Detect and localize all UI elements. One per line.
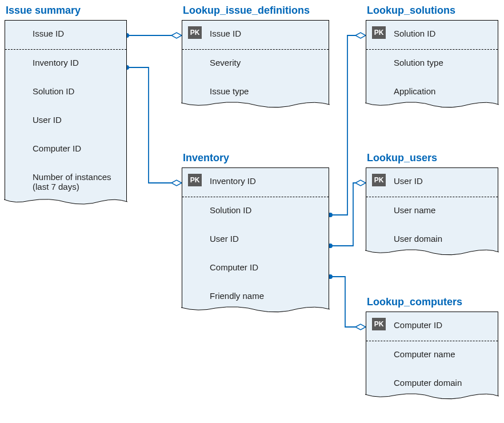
- entity-body: PK Solution ID Solution type Application: [366, 20, 498, 107]
- svg-marker-5: [355, 33, 366, 38]
- field-label: Solution ID: [207, 205, 324, 215]
- field-row: Solution ID: [5, 78, 126, 107]
- key-row: PK Inventory ID: [182, 168, 329, 197]
- entity-body: PK Inventory ID Solution ID User ID Comp…: [182, 167, 329, 312]
- field-label: Issue type: [207, 86, 324, 96]
- pk-badge: PK: [372, 26, 386, 39]
- field-label: Inventory ID: [207, 176, 324, 186]
- pk-badge: PK: [188, 174, 202, 186]
- field-row: User ID: [5, 107, 126, 135]
- field-label: User ID: [391, 176, 493, 186]
- key-row: PK User ID: [366, 168, 498, 197]
- entity-body: PK Issue ID Severity Issue type: [182, 20, 329, 107]
- entity-body: PK User ID User name User domain: [366, 167, 498, 255]
- entity-lookup-users: Lookup_users PK User ID User name User d…: [366, 152, 498, 255]
- entity-lookup-solutions: Lookup_solutions PK Solution ID Solution…: [366, 5, 498, 107]
- entity-title: Inventory: [182, 152, 329, 164]
- er-diagram-canvas: Issue summary Issue ID Inventory ID Solu…: [0, 0, 504, 423]
- svg-marker-3: [171, 180, 182, 186]
- field-label: Number of instances (last 7 days): [30, 172, 122, 191]
- field-label: Solution ID: [391, 29, 493, 38]
- field-label: User name: [391, 205, 493, 215]
- field-row: Inventory ID: [5, 50, 126, 78]
- field-label: Computer domain: [391, 378, 493, 388]
- svg-marker-1: [171, 33, 182, 38]
- entity-title: Issue summary: [5, 5, 127, 17]
- key-row: PK Issue ID: [182, 21, 329, 49]
- entity-title: Lookup_computers: [366, 296, 498, 308]
- pk-badge: PK: [188, 26, 202, 39]
- field-label: Application: [391, 86, 493, 96]
- field-label: User domain: [391, 234, 493, 244]
- field-row: Solution ID: [182, 197, 329, 226]
- pk-badge: PK: [372, 318, 386, 330]
- field-label: Issue ID: [207, 29, 324, 38]
- field-row: Computer name: [366, 341, 498, 370]
- field-row: Computer ID: [182, 254, 329, 283]
- entity-inventory: Inventory PK Inventory ID Solution ID Us…: [182, 152, 329, 312]
- entity-body: PK Computer ID Computer name Computer do…: [366, 312, 498, 399]
- key-row: Issue ID: [5, 21, 126, 49]
- field-label: Solution type: [391, 58, 493, 67]
- pk-badge: PK: [372, 174, 386, 186]
- key-row: PK Solution ID: [366, 21, 498, 49]
- field-label: User ID: [207, 234, 324, 244]
- entity-title: Lookup_users: [366, 152, 498, 164]
- field-row: Computer ID: [5, 135, 126, 164]
- entity-body: Issue ID Inventory ID Solution ID User I…: [5, 20, 127, 205]
- field-label: Severity: [207, 58, 324, 67]
- field-label: Computer ID: [30, 143, 122, 153]
- field-label: Computer ID: [391, 320, 493, 330]
- field-label: User ID: [30, 115, 122, 125]
- svg-marker-7: [355, 180, 366, 186]
- field-label: Inventory ID: [30, 58, 122, 67]
- field-label: Issue ID: [30, 29, 122, 38]
- field-row: Severity: [182, 50, 329, 78]
- entity-lookup-computers: Lookup_computers PK Computer ID Computer…: [366, 296, 498, 399]
- field-label: Computer ID: [207, 262, 324, 272]
- field-label: Solution ID: [30, 86, 122, 96]
- entity-title: Lookup_issue_definitions: [182, 5, 329, 17]
- entity-lookup-issue-definitions: Lookup_issue_definitions PK Issue ID Sev…: [182, 5, 329, 107]
- entity-issue-summary: Issue summary Issue ID Inventory ID Solu…: [5, 5, 127, 205]
- entity-title: Lookup_solutions: [366, 5, 498, 17]
- svg-marker-9: [355, 324, 366, 330]
- field-row: Solution type: [366, 50, 498, 78]
- key-row: PK Computer ID: [366, 312, 498, 341]
- field-row: User name: [366, 197, 498, 226]
- field-row: User ID: [182, 226, 329, 254]
- field-label: Friendly name: [207, 291, 324, 301]
- field-label: Computer name: [391, 349, 493, 359]
